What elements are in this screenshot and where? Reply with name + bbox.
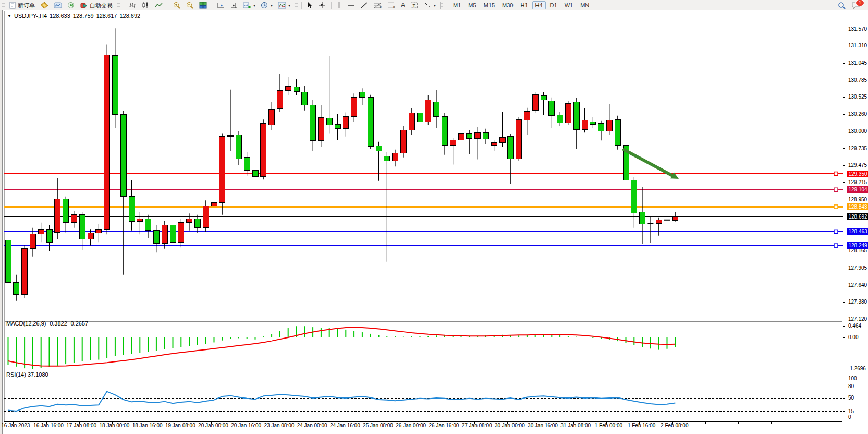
- candle-body: [318, 118, 324, 141]
- candlestick-chart-button[interactable]: [139, 1, 152, 10]
- auto-scroll-icon: [230, 2, 238, 9]
- chevron-down-icon: ▾: [253, 3, 255, 8]
- date-axis-label: 23 Jan 08:00: [264, 423, 294, 428]
- notifications-button[interactable]: 1: [851, 2, 861, 9]
- tab-timeframe-w1[interactable]: W1: [561, 1, 577, 10]
- auto-scroll-button[interactable]: [227, 1, 240, 10]
- zoom-in-icon: [173, 2, 181, 9]
- price-line-label: 129.104: [847, 186, 868, 193]
- chart-shift-icon: [217, 2, 225, 9]
- arrows-tool-button[interactable]: ▾: [421, 1, 438, 10]
- candle-body: [252, 171, 258, 176]
- candle-body: [458, 134, 464, 140]
- candle-body: [565, 103, 571, 123]
- price-line-label: 128.843: [847, 203, 868, 210]
- hline-anchor[interactable]: [834, 172, 838, 176]
- price-axis-label: 127.120: [848, 316, 867, 322]
- toolbar-grip[interactable]: [295, 2, 298, 9]
- candle-body: [277, 90, 283, 108]
- date-axis-label: 25 Jan 08:00: [363, 423, 393, 428]
- line-chart-button[interactable]: [152, 1, 166, 10]
- trend-arrow[interactable]: [624, 150, 675, 177]
- candlestick-chart-icon: [142, 2, 150, 9]
- ohlc-close: 128.692: [119, 13, 140, 19]
- auto-trading-label: 自动交易: [90, 2, 113, 9]
- profiles-button[interactable]: [51, 1, 65, 10]
- toolbar-grip[interactable]: [117, 2, 120, 9]
- zoom-out-icon: [186, 2, 194, 9]
- fibonacci-tool-button[interactable]: E: [371, 1, 385, 10]
- horizontal-line-tool-button[interactable]: [345, 1, 358, 10]
- chart-canvas[interactable]: [2, 10, 868, 434]
- candle-body: [384, 156, 390, 161]
- market-watch-button[interactable]: [38, 1, 51, 10]
- candle-body: [409, 113, 414, 130]
- add-indicator-button[interactable]: ▾: [240, 1, 258, 10]
- tab-timeframe-h4[interactable]: H4: [532, 1, 546, 9]
- text-label-tool-button[interactable]: T: [408, 1, 421, 10]
- zoom-in-button[interactable]: [170, 1, 184, 10]
- cursor-tool-button[interactable]: [304, 1, 316, 10]
- date-axis-label: 16 Jan 16:00: [33, 423, 64, 428]
- candle-body: [187, 219, 192, 223]
- macd-axis-label: -1.2696: [848, 366, 866, 371]
- tab-timeframe-d1[interactable]: D1: [547, 1, 560, 10]
- candle-body: [656, 220, 662, 223]
- candle-body: [335, 124, 340, 129]
- price-axis-label: 131.045: [848, 60, 867, 66]
- sound-button[interactable]: [65, 1, 78, 10]
- period-button[interactable]: ▾: [258, 1, 275, 10]
- tab-timeframe-m1[interactable]: M1: [450, 1, 464, 10]
- hline-anchor[interactable]: [834, 188, 838, 191]
- candle-body: [541, 95, 546, 100]
- arrows-icon: [424, 2, 432, 9]
- toolbar-grip[interactable]: [440, 2, 443, 9]
- text-label-icon: T: [410, 2, 419, 9]
- auto-trading-button[interactable]: 自动交易: [78, 1, 115, 10]
- zoom-out-button[interactable]: [184, 1, 197, 10]
- vertical-line-tool-button[interactable]: [334, 1, 345, 10]
- text-tool-button[interactable]: A: [398, 1, 408, 10]
- new-order-button[interactable]: 新订单: [6, 1, 38, 10]
- date-axis-label: 26 Jan 16:00: [429, 423, 459, 428]
- toolbar: 新订单 自动交易: [0, 0, 868, 11]
- chart-shift-button[interactable]: [214, 1, 227, 10]
- hline-anchor[interactable]: [834, 230, 838, 233]
- candle-body: [573, 102, 579, 130]
- tile-windows-button[interactable]: [197, 1, 210, 10]
- channel-tool-button[interactable]: F: [385, 1, 398, 10]
- candle-body: [162, 225, 167, 244]
- search-icon[interactable]: [838, 2, 846, 9]
- candle-body: [598, 124, 604, 131]
- tile-windows-icon: [199, 2, 207, 9]
- tab-timeframe-m30[interactable]: M30: [499, 1, 516, 10]
- rsi-axis-label: 50: [848, 395, 854, 401]
- hline-anchor[interactable]: [834, 205, 838, 209]
- tab-timeframe-mn[interactable]: MN: [577, 1, 592, 10]
- crosshair-icon: [319, 2, 326, 9]
- template-button[interactable]: ▾: [275, 1, 293, 10]
- candle-body: [491, 142, 497, 145]
- crosshair-tool-button[interactable]: [316, 1, 329, 10]
- date-axis-label: 2 Feb 08:00: [661, 423, 688, 428]
- candle-body: [137, 219, 143, 221]
- date-axis-label: 17 Jan 08:00: [66, 423, 96, 428]
- tab-timeframe-m15[interactable]: M15: [481, 1, 498, 10]
- tab-timeframe-m5[interactable]: M5: [465, 1, 479, 10]
- date-axis-label: 1 Feb 00:00: [595, 423, 622, 428]
- candle-body: [524, 111, 530, 120]
- trendline-tool-button[interactable]: [358, 1, 371, 10]
- candle-body: [178, 223, 184, 243]
- toolbar-grip[interactable]: [2, 2, 5, 9]
- macd-indicator-label: MACD(12,26,9) -0.3822 -0.2657: [6, 320, 88, 327]
- price-line-label: 128.249: [847, 242, 868, 249]
- hline-anchor[interactable]: [834, 244, 838, 247]
- candle-body: [359, 92, 365, 98]
- symbol-dropdown-icon[interactable]: ▼: [7, 14, 11, 18]
- rsi-axis-label: 15: [848, 408, 854, 414]
- gold-diamond-icon: [40, 2, 48, 9]
- date-axis-label: 18 Jan 16:00: [132, 423, 163, 428]
- candle-body: [417, 113, 423, 122]
- tab-timeframe-h1[interactable]: H1: [517, 1, 531, 10]
- bar-chart-button[interactable]: [126, 1, 139, 10]
